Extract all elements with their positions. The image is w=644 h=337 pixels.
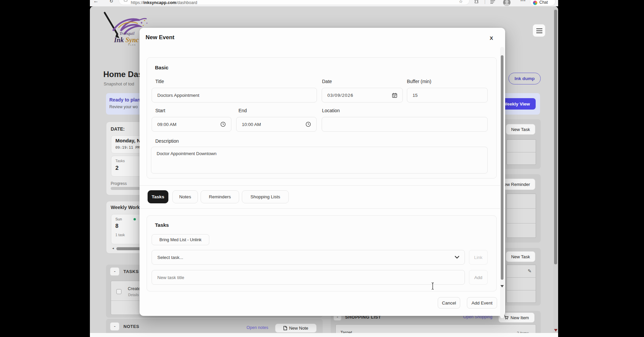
- modal-title: New Event: [146, 34, 174, 41]
- tasks-section-title: Tasks: [155, 222, 169, 228]
- link-task-button[interactable]: Link: [469, 250, 488, 265]
- url-text[interactable]: https://inksyncapp.com/dashboard: [131, 0, 197, 5]
- tab-tasks[interactable]: Tasks: [148, 190, 168, 203]
- new-task-button[interactable]: New Task: [506, 124, 535, 135]
- weekly-day: Sun: [115, 217, 122, 221]
- location-input[interactable]: [322, 117, 488, 132]
- screen: ← ↻ https://inksyncapp.com/dashboard ☆ |: [0, 0, 644, 337]
- tab-notes[interactable]: Notes: [172, 190, 198, 203]
- empty-row: [507, 194, 536, 209]
- calendar-icon[interactable]: [392, 93, 397, 98]
- end-time-input[interactable]: 10:00 AM: [236, 117, 317, 132]
- new-note-button[interactable]: New Note: [275, 324, 317, 333]
- tasks-panel-header: TASKS: [123, 269, 139, 274]
- task-checkbox[interactable]: [116, 289, 121, 294]
- copilot-icon: [533, 1, 537, 5]
- banner-subtitle: Review your wo: [109, 105, 138, 109]
- pencil-icon: ✎: [507, 265, 536, 274]
- date-value: 03/09/2026: [327, 93, 392, 98]
- section-divider: [140, 208, 505, 209]
- banner-title: Ready to plan: [109, 97, 140, 103]
- event-title-input[interactable]: [152, 88, 317, 103]
- right-task-rows: [506, 139, 536, 165]
- bookmark-star-icon[interactable]: ☆: [459, 0, 463, 4]
- buffer-input[interactable]: [407, 88, 488, 103]
- clock-icon[interactable]: [306, 122, 311, 127]
- new-task-button-2[interactable]: New Task: [506, 251, 535, 262]
- empty-row: [507, 290, 536, 303]
- progress-label: Progress: [111, 181, 127, 186]
- date-tasks-value: 2: [115, 165, 118, 172]
- browser-scrollbar-thumb[interactable]: [554, 10, 557, 264]
- status-dot: [133, 218, 136, 220]
- reading-list-icon[interactable]: [490, 0, 495, 4]
- date-input[interactable]: 03/09/2026: [322, 88, 403, 103]
- description-textarea[interactable]: Doctor Appointment Downtown: [151, 147, 488, 174]
- modal-scrollbar-thumb[interactable]: [501, 55, 503, 280]
- extensions-icon[interactable]: [474, 0, 479, 4]
- tasks-collapse-button[interactable]: -: [110, 267, 119, 276]
- date-time: 09:19:11 PM: [115, 145, 140, 150]
- pencil-row[interactable]: ✎: [507, 265, 536, 278]
- weekly-card-header: Weekly Work: [111, 205, 140, 210]
- menu-icon: [536, 28, 542, 33]
- task-select-value: Select task...: [157, 255, 455, 260]
- browser-toolbar: ← ↻ https://inksyncapp.com/dashboard ☆ |: [90, 0, 558, 6]
- task-item-details: Details: [128, 293, 139, 297]
- tab-reminders[interactable]: Reminders: [201, 190, 239, 203]
- add-event-button[interactable]: Add Event: [467, 297, 497, 309]
- scrollbar-down-arrow-icon[interactable]: [554, 329, 557, 332]
- new-task-title-input[interactable]: [152, 270, 465, 285]
- url-domain: inksyncapp.com: [144, 0, 176, 5]
- date-tasks-label: Tasks: [115, 159, 125, 163]
- back-icon[interactable]: ←: [93, 0, 99, 4]
- tab-shopping-lists[interactable]: Shopping Lists: [242, 190, 289, 203]
- modal-tasks-section: Tasks Bring Med List - Unlink Select tas…: [147, 215, 497, 291]
- empty-row: [507, 223, 536, 238]
- profile-avatar[interactable]: [503, 0, 511, 6]
- basic-section: Basic Title Date 03/09/2026 Buffer (min)…: [147, 57, 497, 179]
- task-item-title[interactable]: Create: [128, 286, 141, 291]
- new-task-2-label: New Task: [511, 254, 530, 259]
- start-time-input[interactable]: 09:00 AM: [152, 117, 231, 132]
- weekly-sub: 1 task: [115, 233, 125, 237]
- new-reminder-label: New Reminder: [501, 182, 530, 187]
- cart-icon: [504, 316, 508, 320]
- start-label: Start: [155, 108, 165, 113]
- date-card-header: DATE:: [111, 126, 125, 132]
- location-label: Location: [322, 108, 340, 113]
- clock-icon[interactable]: [220, 122, 226, 127]
- empty-row: [507, 140, 536, 152]
- new-event-modal: New Event X Basic Title Date 03/09/2026 …: [140, 28, 505, 316]
- hamburger-menu-button[interactable]: [533, 24, 545, 37]
- add-task-button[interactable]: Add: [469, 270, 488, 285]
- empty-row: [507, 209, 536, 223]
- reload-icon[interactable]: ↻: [109, 0, 113, 4]
- page-icon: [124, 0, 127, 2]
- new-item-label: New Item: [511, 315, 529, 320]
- modal-scrollbar[interactable]: [500, 47, 504, 318]
- end-label: End: [238, 108, 247, 113]
- right-task-2-rows: ✎: [506, 265, 536, 303]
- modal-scroll-down-icon[interactable]: [500, 285, 504, 287]
- cancel-button[interactable]: Cancel: [438, 297, 460, 309]
- ink-dump-button[interactable]: Ink dump: [508, 73, 541, 84]
- basic-section-title: Basic: [155, 65, 168, 70]
- task-select[interactable]: Select task...: [152, 250, 465, 265]
- brand-script: Tranquil: [119, 31, 135, 36]
- scroll-left-icon[interactable]: ◄: [112, 247, 114, 250]
- linked-task-chip[interactable]: Bring Med List - Unlink: [152, 234, 209, 245]
- page-subtitle: Snapshot of tod: [104, 81, 134, 86]
- chat-button[interactable]: Chat: [530, 0, 555, 6]
- close-icon[interactable]: X: [488, 35, 495, 42]
- open-notes-link[interactable]: Open notes: [247, 325, 268, 330]
- notes-collapse-button[interactable]: -: [110, 322, 119, 331]
- description-label: Description: [155, 138, 179, 144]
- chevron-down-icon: [455, 256, 459, 259]
- browser-scrollbar[interactable]: [553, 6, 558, 337]
- notes-panel-header: NOTES: [123, 324, 139, 329]
- more-options-icon[interactable]: ⋯: [520, 0, 526, 3]
- url-path: /dashboard: [176, 0, 197, 5]
- weekly-count: 8: [115, 223, 118, 229]
- date-label: Date: [322, 79, 332, 84]
